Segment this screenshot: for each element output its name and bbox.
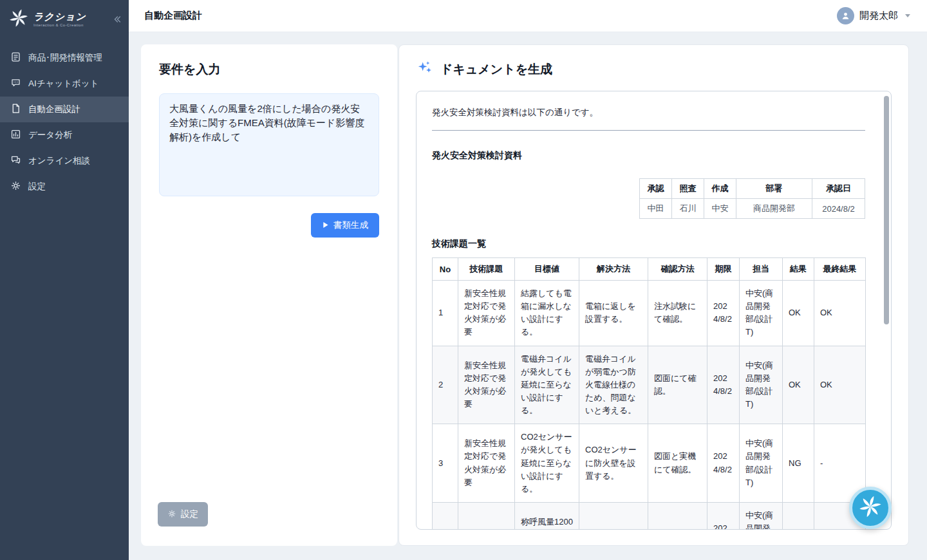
table-cell: OK <box>814 346 866 424</box>
column-header: 解決方法 <box>579 258 648 281</box>
table-cell: OK <box>814 281 866 346</box>
table-cell: 図面と実機にて確認。 <box>648 424 707 503</box>
pinwheel-logo-icon <box>9 8 28 30</box>
settings-button[interactable]: 設定 <box>158 502 208 527</box>
document-intro: 発火安全対策検討資料は以下の通りです。 <box>432 107 865 118</box>
table-row: 4称呼風量1200m³/hに対して、規定モーターの回風量シミュ2024/8/2中… <box>433 502 866 530</box>
sidebar-item-label: オンライン相談 <box>28 155 90 167</box>
column-header: 照査 <box>672 179 704 199</box>
sidebar-item-settings[interactable]: 設定 <box>0 174 129 200</box>
table-cell <box>783 502 814 530</box>
generate-button-label: 書類生成 <box>333 219 368 231</box>
table-row: 2新安全性規定対応で発火対策が必要電磁弁コイルが発火しても延焼に至らない設計にす… <box>433 346 866 424</box>
column-header: No <box>433 258 458 281</box>
document-panel: ドキュメントを生成 発火安全対策検討資料は以下の通りです。 発火安全対策検討資料… <box>398 44 909 546</box>
document-panel-title: ドキュメントを生成 <box>440 61 552 78</box>
table-cell: OK <box>783 346 814 424</box>
user-avatar-icon <box>837 7 854 24</box>
table-cell: 2024/8/2 <box>707 502 740 530</box>
table-cell: 電磁弁コイルが発火しても延焼に至らない設計にする。 <box>515 346 579 424</box>
issues-table: No技術課題目標値解決方法確認方法期限担当結果最終結果 1新安全性規定対応で発火… <box>432 257 866 530</box>
table-cell: 電箱に返しを設置する。 <box>579 281 648 346</box>
gear-icon <box>167 509 176 520</box>
table-cell: 電磁弁コイルが弱電かつ防火電線仕様のため、問題ないと考える。 <box>579 346 648 424</box>
table-cell: 称呼風量1200m³/hに対して、規定 <box>515 502 579 530</box>
table-cell: 図面にて確認。 <box>648 346 707 424</box>
scrollbar-thumb[interactable] <box>884 96 889 324</box>
table-row: 中田石川中安商品開発部2024/8/2 <box>640 199 865 219</box>
top-header: 自動企画設計 開発太郎 <box>129 0 927 32</box>
table-cell: NG <box>783 424 814 503</box>
sparkles-icon <box>416 59 433 79</box>
table-cell <box>458 502 515 530</box>
document-title: 発火安全対策検討資料 <box>432 150 865 162</box>
divider <box>432 130 865 131</box>
sidebar-item-auto-planning[interactable]: 自動企画設計 <box>0 97 129 122</box>
logo-text: ラクション Interaction & Co-Creation <box>33 12 86 27</box>
table-cell: 商品開発部 <box>736 199 812 219</box>
sidebar-item-product-dev-info[interactable]: 商品･開発情報管理 <box>0 45 129 71</box>
table-cell: 2024/8/2 <box>707 424 740 503</box>
table-cell: 風量シミュ <box>648 502 707 530</box>
column-header: 承認 <box>640 179 672 199</box>
bar-chart-icon <box>10 129 21 142</box>
sidebar-collapse-icon[interactable] <box>112 14 122 24</box>
scrollbar-track <box>884 95 889 526</box>
column-header: 期限 <box>707 258 740 281</box>
table-cell: 中安(商品開発部/設計T) <box>740 281 783 346</box>
user-name: 開発太郎 <box>859 10 898 22</box>
table-cell: 注水試験にて確認。 <box>648 281 707 346</box>
sidebar-item-label: 設定 <box>28 181 46 192</box>
table-cell: OK <box>783 281 814 346</box>
sidebar-item-data-analysis[interactable]: データ分析 <box>0 122 129 148</box>
table-header-row: No技術課題目標値解決方法確認方法期限担当結果最終結果 <box>433 258 866 281</box>
settings-button-label: 設定 <box>181 509 198 520</box>
sidebar-nav: 商品･開発情報管理 AIチャットボット 自動企画設計 <box>0 45 129 200</box>
column-header: 確認方法 <box>648 258 707 281</box>
table-cell: 4 <box>433 502 458 530</box>
page-title: 自動企画設計 <box>144 10 202 22</box>
sidebar-item-ai-chatbot[interactable]: AIチャットボット <box>0 71 129 97</box>
table-cell: 2 <box>433 346 458 424</box>
table-cell: 2024/8/2 <box>812 199 865 219</box>
requirement-input[interactable]: 大風量くんの風量を2倍にした場合の発火安全対策に関するFMEA資料(故障モード影… <box>159 93 379 196</box>
document-viewer[interactable]: 発火安全対策検討資料は以下の通りです。 発火安全対策検討資料 承認照査作成部署承… <box>416 91 892 530</box>
table-cell: 2024/8/2 <box>707 346 740 424</box>
column-header: 最終結果 <box>814 258 866 281</box>
user-menu[interactable]: 開発太郎 <box>837 7 910 24</box>
table-cell: 中安(商品開発部/設計T) <box>740 502 783 530</box>
table-cell: 結露しても電箱に漏水しない設計にする。 <box>515 281 579 346</box>
table-cell: 新安全性規定対応で発火対策が必要 <box>458 281 515 346</box>
table-cell: 2024/8/2 <box>707 281 740 346</box>
sidebar-item-online-consult[interactable]: オンライン相談 <box>0 148 129 174</box>
sidebar-item-label: AIチャットボット <box>28 78 98 89</box>
comments-icon <box>10 154 21 167</box>
logo-title: ラクション <box>33 12 86 21</box>
table-cell: 中安(商品開発部/設計T) <box>740 346 783 424</box>
sidebar-item-label: 自動企画設計 <box>28 104 80 115</box>
table-cell: 中田 <box>640 199 672 219</box>
chat-bubble-icon <box>10 77 21 90</box>
assistant-floating-button[interactable] <box>849 487 892 529</box>
table-cell: 新安全性規定対応で発火対策が必要 <box>458 346 515 424</box>
sidebar-item-label: 商品･開発情報管理 <box>28 52 102 64</box>
table-cell: 新安全性規定対応で発火対策が必要 <box>458 424 515 503</box>
column-header: 部署 <box>736 179 812 199</box>
column-header: 承認日 <box>812 179 865 199</box>
table-cell: 石川 <box>672 199 704 219</box>
requirements-title: 要件を入力 <box>159 61 379 78</box>
sidebar: ラクション Interaction & Co-Creation 商品･開発情報管… <box>0 0 129 560</box>
table-cell: 中安(商品開発部/設計T) <box>740 424 783 503</box>
column-header: 担当 <box>740 258 783 281</box>
logo: ラクション Interaction & Co-Creation <box>0 0 129 39</box>
table-row: 1新安全性規定対応で発火対策が必要結露しても電箱に漏水しない設計にする。電箱に返… <box>433 281 866 346</box>
document-content: 発火安全対策検討資料は以下の通りです。 発火安全対策検討資料 承認照査作成部署承… <box>417 91 891 530</box>
column-header: 目標値 <box>515 258 579 281</box>
column-header: 結果 <box>783 258 814 281</box>
main-area: 自動企画設計 開発太郎 要件を入力 大風量くんの風量を2倍にした場合の発火安全対… <box>129 0 927 560</box>
approval-table: 承認照査作成部署承認日 中田石川中安商品開発部2024/8/2 <box>639 178 865 219</box>
column-header: 技術課題 <box>458 258 515 281</box>
sidebar-item-label: データ分析 <box>28 129 72 141</box>
issues-section-title: 技術課題一覧 <box>432 238 865 250</box>
generate-document-button[interactable]: 書類生成 <box>311 213 379 238</box>
